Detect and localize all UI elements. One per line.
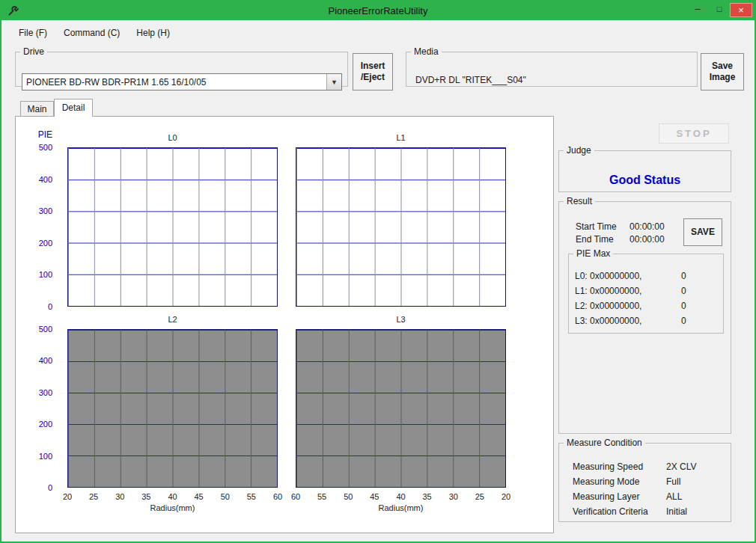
measure-row-value: Full <box>666 476 680 487</box>
insert-eject-button[interactable]: Insert /Eject <box>353 53 393 90</box>
save-image-label-line2: Image <box>710 72 736 83</box>
axis-tick-label: 500 <box>39 142 52 153</box>
axis-tick-label: 30 <box>447 492 460 501</box>
save-image-label-line1: Save <box>712 61 733 72</box>
drive-select[interactable]: PIONEER BD-RW BDR-PR1M 1.65 16/10/05 ▼ <box>22 73 342 90</box>
pie-max-group-label: PIE Max <box>573 248 613 259</box>
result-group: Result Start Time 00:00:00 End Time 00:0… <box>558 196 731 434</box>
axis-tick-label: 20 <box>499 492 513 501</box>
pie-max-row-value: 0 <box>681 301 686 311</box>
pie-max-group: PIE Max L0: 0x00000000, 0 L1: 0x00000000… <box>568 248 724 334</box>
axis-tick-label: 0 <box>48 482 52 493</box>
axis-tick-label: 200 <box>39 419 52 429</box>
insert-eject-label-line1: Insert <box>361 61 385 72</box>
judge-group-label: Judge <box>564 145 594 156</box>
y-axis-ticks-top: 500 400 300 200 100 0 <box>30 142 52 312</box>
pie-max-row-label: L2: 0x00000000, <box>575 301 641 311</box>
axis-tick-label: 400 <box>39 355 52 366</box>
window-title: PioneerErrorRateUtility <box>1 5 755 16</box>
measure-row-label: Verification Criteria <box>573 506 648 517</box>
measure-condition-group: Measure Condition Measuring Speed 2X CLV… <box>558 438 731 522</box>
save-image-button[interactable]: Save Image <box>701 53 744 90</box>
measure-row-label: Measuring Mode <box>573 476 639 487</box>
axis-tick-label: 35 <box>421 492 434 501</box>
chart-plot-l1 <box>296 147 506 307</box>
minimize-button[interactable]: – <box>687 2 708 16</box>
pie-max-row-label: L1: 0x00000000, <box>575 286 641 296</box>
x-axis-ticks-l3: 60 55 50 45 40 35 30 25 20 <box>289 492 513 501</box>
axis-tick-label: 100 <box>39 269 52 280</box>
pie-max-row-value: 0 <box>681 286 686 296</box>
y-axis-ticks-bottom: 500 400 300 200 100 0 <box>30 324 52 493</box>
axis-tick-label: 60 <box>271 492 284 501</box>
axis-tick-label: 500 <box>39 324 52 334</box>
maximize-button[interactable]: □ <box>709 2 730 16</box>
menu-bar: File (F) Command (C) Help (H) <box>1 22 755 44</box>
chart-title-l0: L0 <box>67 133 278 142</box>
measure-row-value: ALL <box>666 491 682 502</box>
start-time-value: 00:00:00 <box>630 221 665 232</box>
axis-tick-label: 40 <box>166 492 180 501</box>
tab-main[interactable]: Main <box>20 101 54 116</box>
judge-group: Judge Good Status <box>558 145 731 192</box>
save-button[interactable]: SAVE <box>683 218 722 246</box>
menu-command[interactable]: Command (C) <box>55 24 128 42</box>
pie-max-row-value: 0 <box>681 271 686 281</box>
end-time-label: End Time <box>576 234 614 245</box>
stop-button[interactable]: STOP <box>659 123 729 144</box>
chart-plot-l3 <box>296 329 506 488</box>
menu-file[interactable]: File (F) <box>10 24 55 42</box>
axis-tick-label: 45 <box>368 492 381 501</box>
axis-tick-label: 60 <box>289 492 302 501</box>
axis-tick-label: 55 <box>315 492 329 501</box>
axis-tick-label: 20 <box>61 492 74 501</box>
x-axis-label-l2: Radius(mm) <box>67 503 278 512</box>
insert-eject-label-line2: /Eject <box>361 72 385 83</box>
axis-tick-label: 50 <box>341 492 355 501</box>
titlebar: PioneerErrorRateUtility – □ × <box>1 1 755 20</box>
axis-tick-label: 400 <box>39 174 52 185</box>
y-axis-title: PIE <box>31 129 52 140</box>
axis-tick-label: 300 <box>39 206 52 216</box>
drive-group: Drive PIONEER BD-RW BDR-PR1M 1.65 16/10/… <box>15 46 348 87</box>
drive-selected-value: PIONEER BD-RW BDR-PR1M 1.65 16/10/05 <box>22 77 326 88</box>
pie-max-row-value: 0 <box>681 316 686 326</box>
chart-title-l2: L2 <box>67 315 278 324</box>
x-axis-ticks-l2: 20 25 30 35 40 45 50 55 60 <box>61 492 284 501</box>
axis-tick-label: 300 <box>39 387 52 398</box>
start-time-label: Start Time <box>576 221 617 232</box>
judge-status-text: Good Status <box>559 174 731 187</box>
end-time-value: 00:00:00 <box>630 234 665 245</box>
axis-tick-label: 50 <box>219 492 232 501</box>
axis-tick-label: 25 <box>473 492 487 501</box>
axis-tick-label: 55 <box>245 492 258 501</box>
chart-title-l3: L3 <box>296 315 506 324</box>
chart-title-l1: L1 <box>296 133 506 142</box>
axis-tick-label: 30 <box>113 492 126 501</box>
save-button-label: SAVE <box>691 227 715 238</box>
chevron-down-icon[interactable]: ▼ <box>326 74 341 90</box>
drive-group-label: Drive <box>20 46 47 57</box>
measure-row-label: Measuring Layer <box>573 491 639 502</box>
axis-tick-label: 0 <box>48 301 52 312</box>
measure-row-value: Initial <box>666 506 687 517</box>
tab-detail[interactable]: Detail <box>54 99 93 117</box>
pie-max-row-label: L3: 0x00000000, <box>575 316 641 326</box>
measure-condition-group-label: Measure Condition <box>564 438 645 448</box>
measure-row-value: 2X CLV <box>666 461 696 472</box>
chart-plot-l0 <box>67 147 278 307</box>
x-axis-label-l3: Radius(mm) <box>296 503 506 512</box>
media-group-label: Media <box>411 46 442 57</box>
axis-tick-label: 200 <box>39 238 52 248</box>
axis-tick-label: 25 <box>87 492 100 501</box>
media-value: DVD+R DL "RITEK___S04" <box>415 75 526 85</box>
axis-tick-label: 35 <box>139 492 153 501</box>
media-group: Media DVD+R DL "RITEK___S04" <box>406 46 698 87</box>
axis-tick-label: 45 <box>192 492 206 501</box>
axis-tick-label: 40 <box>394 492 408 501</box>
app-window: PioneerErrorRateUtility – □ × File (F) C… <box>0 0 756 543</box>
measure-row-label: Measuring Speed <box>573 461 643 472</box>
axis-tick-label: 100 <box>39 451 52 461</box>
menu-help[interactable]: Help (H) <box>128 24 178 42</box>
close-button[interactable]: × <box>730 3 752 17</box>
